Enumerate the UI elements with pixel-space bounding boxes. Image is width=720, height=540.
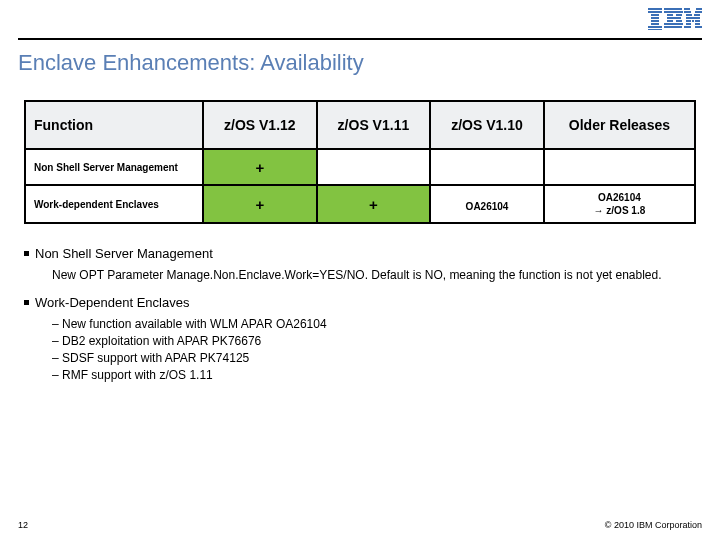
section-description: New OPT Parameter Manage.Non.Enclave.Wor… xyxy=(52,267,696,283)
svg-rect-1 xyxy=(648,11,662,13)
table-row: Non Shell Server Management + xyxy=(25,149,695,185)
svg-rect-28 xyxy=(695,23,700,25)
bullet-square-icon xyxy=(24,300,29,305)
availability-table: Function z/OS V1.12 z/OS V1.11 z/OS V1.1… xyxy=(24,100,696,224)
cell xyxy=(317,149,431,185)
svg-rect-9 xyxy=(664,11,683,13)
list-item: SDSF support with APAR PK74125 xyxy=(52,350,696,367)
section-heading: Work-Dependent Enclaves xyxy=(24,295,696,310)
svg-rect-22 xyxy=(694,14,700,16)
row-label: Non Shell Server Management xyxy=(25,149,203,185)
svg-rect-8 xyxy=(664,8,682,10)
cell: + xyxy=(203,185,317,223)
cell: OA26104→ z/OS 1.8 xyxy=(544,185,695,223)
svg-rect-3 xyxy=(651,17,659,19)
page-title: Enclave Enhancements: Availability xyxy=(18,50,702,76)
cell xyxy=(430,149,544,185)
svg-rect-7 xyxy=(648,29,662,30)
svg-rect-24 xyxy=(686,20,691,22)
oa-stack: OA26104→ z/OS 1.8 xyxy=(553,192,686,216)
col-zos112: z/OS V1.12 xyxy=(203,101,317,149)
svg-rect-0 xyxy=(648,8,662,10)
svg-rect-10 xyxy=(667,14,673,16)
svg-rect-15 xyxy=(664,23,683,25)
svg-rect-5 xyxy=(651,23,659,25)
svg-rect-21 xyxy=(686,14,692,16)
svg-rect-20 xyxy=(695,11,702,13)
col-older: Older Releases xyxy=(544,101,695,149)
col-zos110: z/OS V1.10 xyxy=(430,101,544,149)
svg-rect-18 xyxy=(696,8,702,10)
cell: + xyxy=(203,149,317,185)
svg-rect-19 xyxy=(684,11,691,13)
ibm-logo-icon xyxy=(648,8,702,30)
cell: + xyxy=(317,185,431,223)
row-label: Work-dependent Enclaves xyxy=(25,185,203,223)
svg-rect-29 xyxy=(684,26,691,28)
col-zos111: z/OS V1.11 xyxy=(317,101,431,149)
header-bar xyxy=(18,0,702,40)
notes-section: Non Shell Server Management New OPT Para… xyxy=(24,246,696,383)
svg-rect-4 xyxy=(651,20,659,22)
cell: OA26104 xyxy=(430,185,544,223)
sub-list: New function available with WLM APAR OA2… xyxy=(52,316,696,383)
svg-rect-23 xyxy=(686,17,700,19)
svg-rect-16 xyxy=(664,26,682,28)
list-item: New function available with WLM APAR OA2… xyxy=(52,316,696,333)
svg-rect-30 xyxy=(695,26,702,28)
col-function: Function xyxy=(25,101,203,149)
svg-rect-12 xyxy=(667,17,681,19)
svg-rect-14 xyxy=(676,20,682,22)
cell xyxy=(544,149,695,185)
svg-rect-13 xyxy=(667,20,673,22)
svg-rect-26 xyxy=(695,20,700,22)
svg-rect-25 xyxy=(692,20,694,22)
svg-rect-11 xyxy=(676,14,682,16)
section-heading: Non Shell Server Management xyxy=(24,246,696,261)
svg-rect-27 xyxy=(686,23,691,25)
svg-rect-17 xyxy=(684,8,690,10)
page-number: 12 xyxy=(18,520,28,530)
list-item: RMF support with z/OS 1.11 xyxy=(52,367,696,384)
table-row: Work-dependent Enclaves + + OA26104 OA26… xyxy=(25,185,695,223)
copyright: © 2010 IBM Corporation xyxy=(605,520,702,530)
list-item: DB2 exploitation with APAR PK76676 xyxy=(52,333,696,350)
bullet-square-icon xyxy=(24,251,29,256)
svg-rect-6 xyxy=(648,26,662,28)
svg-rect-2 xyxy=(651,14,659,16)
